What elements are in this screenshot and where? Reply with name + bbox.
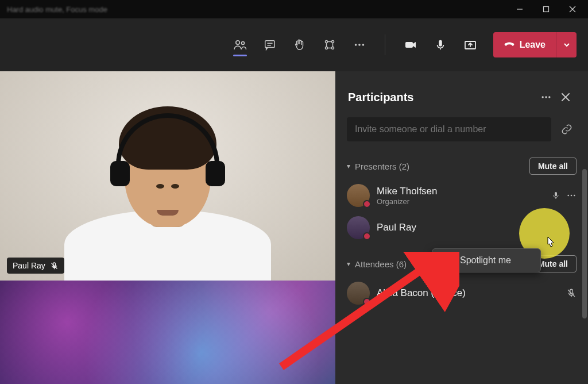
chevron-down-icon[interactable]: ▾ [347, 260, 350, 268]
raise-hand-icon[interactable] [286, 31, 314, 59]
window-controls [506, 0, 586, 18]
mute-all-presenters-button[interactable]: Mute all [529, 158, 577, 175]
close-button[interactable] [559, 0, 586, 18]
copy-link-icon[interactable] [557, 120, 577, 139]
svg-point-11 [325, 47, 327, 49]
svg-point-5 [241, 42, 244, 45]
svg-rect-1 [544, 7, 549, 12]
mic-muted-icon [566, 288, 577, 298]
presenters-header: ▾ Presenters (2) Mute all [335, 146, 588, 179]
avatar [347, 184, 370, 207]
chevron-down-icon[interactable]: ▾ [347, 162, 350, 170]
invite-input[interactable] [347, 117, 551, 141]
leave-button[interactable]: Leave [493, 32, 556, 57]
video-name-tag: Paul Ray [7, 258, 64, 274]
cursor-icon [543, 236, 556, 251]
svg-point-10 [331, 40, 334, 43]
participant-name: Mike Tholfsen [377, 186, 544, 197]
minimize-button[interactable] [506, 0, 533, 18]
svg-point-27 [548, 96, 550, 98]
video-name-label: Paul Ray [13, 261, 45, 270]
svg-point-25 [542, 96, 544, 98]
people-icon[interactable] [226, 31, 254, 59]
main-area: Paul Ray Participants ▾ Presenters (2) M… [0, 71, 588, 384]
participant-status [551, 190, 577, 201]
participant-row[interactable]: Alisa Bacon (Kforce) [335, 277, 588, 309]
svg-rect-30 [555, 192, 557, 196]
mic-muted-icon [50, 262, 59, 270]
svg-rect-21 [439, 40, 442, 47]
presence-busy-icon [363, 232, 371, 240]
svg-point-9 [325, 40, 327, 43]
video-stage: Paul Ray [0, 71, 335, 384]
svg-point-12 [331, 47, 334, 49]
invite-row [335, 117, 588, 146]
svg-point-31 [567, 195, 569, 197]
row-more-icon[interactable] [566, 190, 577, 201]
camera-icon[interactable] [397, 31, 424, 59]
mic-active-icon [551, 191, 560, 200]
participant-role: Organizer [377, 197, 544, 206]
avatar [347, 282, 370, 305]
leave-more-button[interactable] [556, 32, 577, 57]
participant-row[interactable]: Mike Tholfsen Organizer [335, 179, 588, 212]
participant-status [566, 288, 577, 298]
svg-rect-6 [265, 41, 274, 48]
participants-header: Participants [335, 71, 588, 117]
participant-info: Mike Tholfsen Organizer [377, 186, 544, 206]
svg-point-26 [545, 96, 547, 98]
svg-point-32 [571, 195, 572, 197]
scrollbar-thumb[interactable] [582, 169, 587, 318]
svg-point-19 [362, 44, 364, 46]
svg-point-18 [358, 44, 361, 46]
window-titlebar: Hard audio mute, Focus mode [0, 0, 588, 18]
spotlight-icon [442, 255, 453, 266]
person-figure [87, 95, 248, 281]
leave-label: Leave [520, 40, 546, 50]
meeting-toolbar: Leave [0, 18, 588, 71]
close-panel-icon[interactable] [556, 87, 575, 107]
svg-rect-36 [443, 256, 450, 263]
video-tile-secondary[interactable] [0, 281, 335, 384]
chat-icon[interactable] [256, 31, 284, 59]
toolbar-separator [385, 34, 385, 55]
svg-point-4 [235, 41, 239, 44]
presence-dnd-icon [363, 200, 371, 208]
svg-point-17 [354, 44, 357, 46]
breakout-rooms-icon[interactable] [316, 31, 343, 59]
svg-rect-20 [405, 42, 413, 48]
participants-title: Participants [348, 91, 536, 104]
svg-point-33 [574, 195, 575, 197]
avatar [347, 216, 370, 239]
participants-more-icon[interactable] [536, 87, 556, 107]
participant-info: Alisa Bacon (Kforce) [377, 287, 559, 299]
more-icon[interactable] [346, 31, 373, 59]
window-title: Hard audio mute, Focus mode [7, 5, 107, 14]
mic-icon[interactable] [427, 31, 454, 59]
context-menu[interactable]: Spotlight me [432, 248, 541, 272]
presence-busy-icon [363, 298, 371, 306]
maximize-button[interactable] [533, 0, 559, 18]
participant-name: Alisa Bacon (Kforce) [377, 287, 559, 299]
presenters-label: Presenters (2) [355, 162, 525, 171]
spotlight-me-label: Spotlight me [460, 255, 511, 266]
share-icon[interactable] [457, 31, 484, 59]
video-tile-paul[interactable]: Paul Ray [0, 71, 335, 281]
